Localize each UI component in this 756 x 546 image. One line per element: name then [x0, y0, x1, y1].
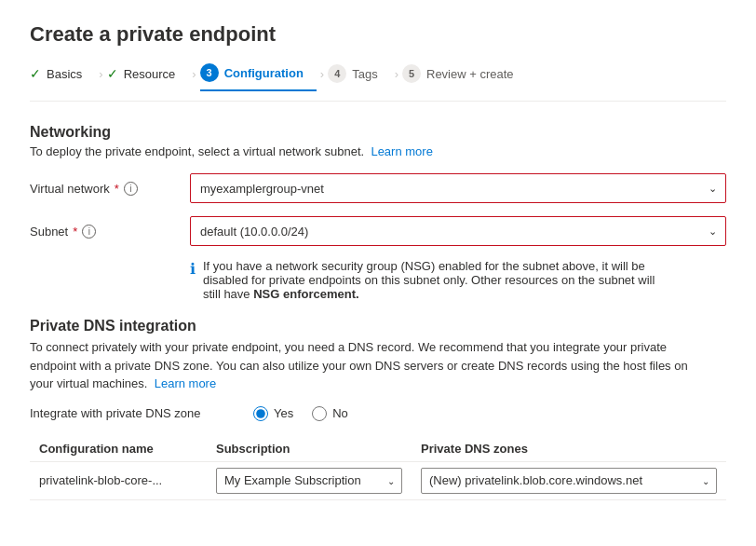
subnet-select[interactable]: default (10.0.0.0/24)	[190, 216, 726, 246]
dns-row-subscription-cell: My Example Subscription ⌄	[207, 461, 412, 499]
dns-row-name: privatelink-blob-core-...	[30, 461, 207, 499]
dns-subscription-select-wrapper: My Example Subscription ⌄	[216, 468, 402, 494]
networking-description: To deploy the private endpoint, select a…	[30, 144, 726, 158]
separator-4: ›	[395, 67, 398, 89]
separator-3: ›	[320, 67, 324, 89]
separator-2: ›	[192, 67, 196, 89]
dns-no-option[interactable]: No	[312, 406, 348, 421]
check-icon-resource: ✓	[107, 66, 118, 81]
dns-section: Private DNS integration To connect priva…	[30, 318, 726, 500]
virtual-network-required: *	[115, 182, 119, 196]
networking-learn-more-link[interactable]: Learn more	[371, 144, 432, 158]
subnet-select-wrapper: default (10.0.0.0/24) ⌄	[190, 216, 726, 246]
step-tags-label: Tags	[352, 67, 377, 81]
networking-title: Networking	[30, 124, 726, 141]
dns-title: Private DNS integration	[30, 318, 726, 334]
separator-1: ›	[99, 67, 102, 89]
step-number-configuration: 3	[200, 63, 219, 82]
dns-learn-more-link[interactable]: Learn more	[155, 376, 216, 390]
step-number-review: 5	[402, 64, 421, 83]
subnet-label: Subnet * i	[30, 225, 179, 239]
dns-table-header-row: Configuration name Subscription Private …	[30, 436, 726, 462]
step-number-tags: 4	[328, 64, 346, 83]
dns-integrate-row: Integrate with private DNS zone Yes No	[30, 406, 726, 421]
virtual-network-select[interactable]: myexamplergroup-vnet	[190, 173, 726, 203]
step-configuration-label: Configuration	[224, 66, 304, 80]
dns-subscription-select[interactable]: My Example Subscription	[216, 468, 402, 494]
subnet-row: Subnet * i default (10.0.0.0/24) ⌄	[30, 216, 726, 246]
step-tags[interactable]: 4 Tags	[328, 64, 390, 90]
dns-col-header-name: Configuration name	[30, 436, 207, 462]
virtual-network-label: Virtual network * i	[30, 182, 179, 196]
table-row: privatelink-blob-core-... My Example Sub…	[30, 461, 726, 499]
virtual-network-info-icon[interactable]: i	[124, 182, 138, 196]
wizard-steps: ✓ Basics › ✓ Resource › 3 Configuration …	[30, 63, 726, 102]
page-title: Create a private endpoint	[30, 22, 726, 47]
step-basics-label: Basics	[47, 67, 82, 81]
dns-no-radio[interactable]	[312, 406, 327, 421]
step-review[interactable]: 5 Review + create	[402, 64, 527, 90]
dns-yes-radio[interactable]	[253, 406, 268, 421]
step-configuration[interactable]: 3 Configuration	[200, 63, 317, 91]
dns-row-zone-cell: (New) privatelink.blob.core.windows.net …	[412, 461, 726, 499]
dns-no-label: No	[332, 406, 348, 420]
dns-col-header-zones: Private DNS zones	[412, 436, 726, 462]
networking-section: Networking To deploy the private endpoin…	[30, 124, 726, 301]
step-resource-label: Resource	[124, 67, 176, 81]
dns-integrate-label: Integrate with private DNS zone	[30, 406, 235, 420]
virtual-network-select-wrapper: myexamplergroup-vnet ⌄	[190, 173, 726, 203]
dns-zone-select-wrapper: (New) privatelink.blob.core.windows.net …	[421, 468, 717, 494]
step-resource[interactable]: ✓ Resource	[107, 66, 189, 89]
dns-col-header-subscription: Subscription	[207, 436, 412, 462]
nsg-info-block: ℹ If you have a network security group (…	[190, 259, 674, 301]
dns-zone-select[interactable]: (New) privatelink.blob.core.windows.net	[421, 468, 717, 494]
nsg-info-text: If you have a network security group (NS…	[203, 259, 674, 301]
virtual-network-row: Virtual network * i myexamplergroup-vnet…	[30, 173, 726, 203]
dns-yes-option[interactable]: Yes	[253, 406, 293, 421]
dns-description: To connect privately with your private e…	[30, 338, 700, 393]
dns-table: Configuration name Subscription Private …	[30, 436, 726, 500]
dns-yes-label: Yes	[274, 406, 293, 420]
step-basics[interactable]: ✓ Basics	[30, 66, 95, 89]
check-icon-basics: ✓	[30, 66, 41, 81]
subnet-info-icon[interactable]: i	[82, 225, 96, 239]
step-review-label: Review + create	[426, 67, 514, 81]
subnet-required: *	[73, 225, 77, 239]
nsg-info-icon: ℹ	[190, 260, 196, 278]
